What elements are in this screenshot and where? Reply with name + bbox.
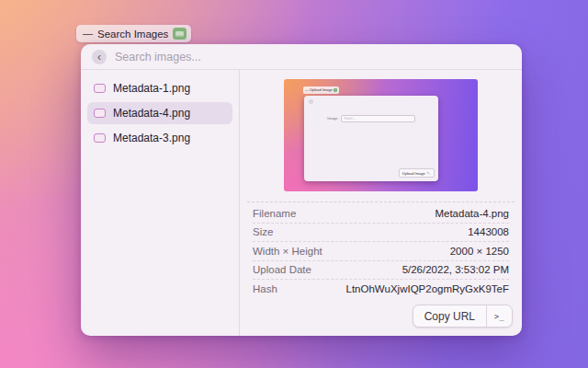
preview-area: — Upload Image Image Path/… Upload Image… <box>240 70 522 201</box>
copy-url-split-button: Copy URL >_ <box>413 305 513 328</box>
chevron-left-icon: ‹ <box>97 52 101 63</box>
dash-icon: — <box>83 29 93 39</box>
list-item-label: Metadata-1.png <box>113 82 190 95</box>
metadata-row-hash: Hash LtnOhWuXjwIQP2ogmRyGxK9TeF <box>253 280 509 298</box>
metadata-label: Filename <box>253 208 296 219</box>
image-list: Metadata-1.png Metadata-4.png Metadata-3… <box>81 70 240 336</box>
terminal-icon[interactable]: >_ <box>487 305 512 327</box>
list-item-selected[interactable]: Metadata-4.png <box>87 102 232 124</box>
window-content: Metadata-1.png Metadata-4.png Metadata-3… <box>81 70 522 336</box>
mini-terminal-icon: >_ <box>427 171 431 175</box>
search-input[interactable]: Search images... <box>115 51 201 63</box>
image-file-icon <box>94 84 106 93</box>
mini-file-input: Path/… <box>341 115 414 122</box>
metadata-row-size: Size 1443008 <box>253 224 509 243</box>
mini-upload-button: Upload Image >_ <box>399 168 435 178</box>
list-item[interactable]: Metadata-3.png <box>87 127 232 149</box>
metadata-row-upload-date: Upload Date 5/26/2022, 3:53:02 PM <box>253 261 509 281</box>
metadata-label: Hash <box>253 283 277 294</box>
mini-form: Image Path/… <box>304 115 438 122</box>
copy-url-button[interactable]: Copy URL <box>413 305 486 327</box>
metadata-value: 5/26/2022, 3:53:02 PM <box>402 264 509 275</box>
action-bar: Copy URL >_ <box>413 305 513 328</box>
metadata-row-dimensions: Width × Height 2000 × 1250 <box>253 242 509 261</box>
metadata-row-filename: Filename Metadata-4.png <box>253 204 509 224</box>
image-file-icon <box>94 109 106 118</box>
metadata-label: Size <box>253 226 273 237</box>
metadata-value: Metadata-4.png <box>435 208 509 219</box>
metadata-value: LtnOhWuXjwIQP2ogmRyGxK9TeF <box>346 283 509 294</box>
launcher-pill-label: Search Images <box>97 29 168 40</box>
back-button[interactable]: ‹ <box>92 50 107 64</box>
search-images-window: ‹ Search images... Metadata-1.png Metada… <box>81 44 522 336</box>
list-item-label: Metadata-3.png <box>113 132 190 144</box>
list-item-label: Metadata-4.png <box>113 107 190 120</box>
detail-panel: — Upload Image Image Path/… Upload Image… <box>240 70 522 336</box>
mini-form-label: Image <box>327 116 337 121</box>
mini-upload-window: Image Path/… Upload Image >_ <box>304 96 438 181</box>
metadata-label: Width × Height <box>253 246 322 257</box>
mini-launcher-pill: — Upload Image <box>303 86 339 94</box>
launcher-pill[interactable]: — Search Images <box>76 25 191 42</box>
extension-icon <box>173 28 187 40</box>
mini-pill-label: Upload Image <box>310 87 333 92</box>
image-file-icon <box>94 133 106 143</box>
image-preview-thumbnail: — Upload Image Image Path/… Upload Image… <box>284 79 478 191</box>
image-glyph-icon <box>175 31 184 37</box>
search-bar: ‹ Search images... <box>81 44 522 70</box>
metadata-value: 2000 × 1250 <box>450 246 509 257</box>
mini-extension-icon <box>334 88 337 92</box>
metadata-table: Filename Metadata-4.png Size 1443008 Wid… <box>240 202 522 298</box>
metadata-value: 1443008 <box>468 226 509 237</box>
metadata-label: Upload Date <box>253 264 311 275</box>
list-item[interactable]: Metadata-1.png <box>87 77 232 99</box>
mini-back-button <box>309 99 313 104</box>
